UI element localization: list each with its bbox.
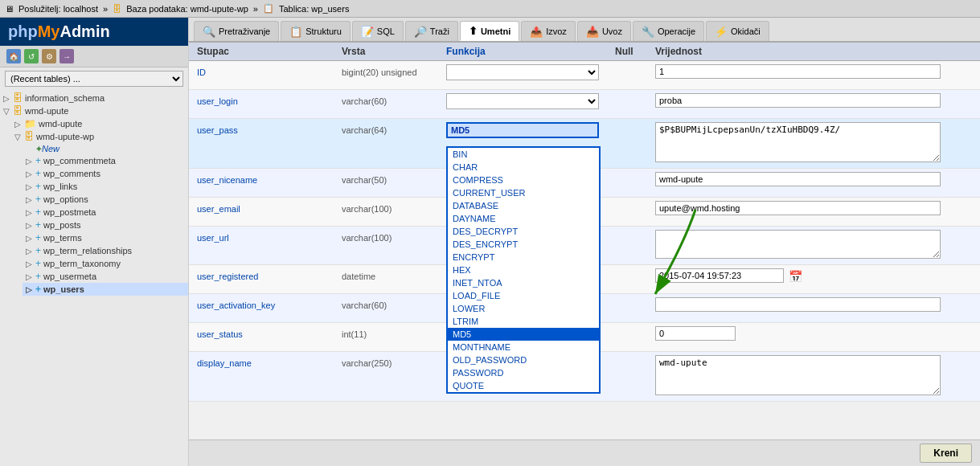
- tree-item-wmd-upute-sub[interactable]: ▷ 📁 wmd-upute: [11, 117, 188, 130]
- tab-label: Uvoz: [602, 27, 622, 36]
- tree-item-new[interactable]: ✦ New: [23, 143, 188, 154]
- tab-pretrazivanje[interactable]: 🔍 Pretraživanje: [194, 21, 279, 41]
- more-icon[interactable]: →: [59, 49, 74, 63]
- tree-item-information-schema[interactable]: ▷ 🗄 information_schema: [0, 92, 188, 104]
- tree-item-wp-terms[interactable]: ▷ + wp_terms: [23, 231, 188, 244]
- tree-label: New: [42, 144, 59, 153]
- field-type-user-status: int(11): [342, 326, 446, 339]
- function-select-id[interactable]: [446, 64, 599, 80]
- db-folder-icon: 🗄: [13, 92, 23, 104]
- drop-item-des-decrypt[interactable]: DES_DECRYPT: [448, 225, 599, 238]
- function-dropdown: BIN CHAR COMPRESS CURRENT_USER DATABASE …: [446, 146, 601, 394]
- tree-item-wp-commentmeta[interactable]: ▷ + wp_commentmeta: [23, 154, 188, 167]
- table-icon: +: [35, 284, 41, 295]
- drop-item-inet-ntoa[interactable]: INET_NTOA: [448, 276, 599, 289]
- tab-strukturu[interactable]: 📋 Strukturu: [281, 21, 351, 41]
- tree-item-wp-posts[interactable]: ▷ + wp_posts: [23, 219, 188, 231]
- drop-item-encrypt[interactable]: ENCRYPT: [448, 251, 599, 264]
- function-select-user-login[interactable]: [446, 93, 599, 109]
- tab-sql[interactable]: 📝 SQL: [352, 21, 404, 41]
- drop-item-compress[interactable]: COMPRESS: [448, 174, 599, 186]
- drop-item-load-file[interactable]: LOAD_FILE: [448, 289, 599, 302]
- calendar-icon[interactable]: 📅: [789, 270, 802, 283]
- field-type-id: bigint(20) unsigned: [342, 64, 446, 77]
- field-type-display-name: varchar(250): [342, 355, 446, 368]
- tree-item-wp-links[interactable]: ▷ + wp_links: [23, 180, 188, 193]
- tree-item-wmd-upute-wp[interactable]: ▽ 🗄 wmd-upute-wp: [11, 130, 188, 143]
- tree-item-wmd-upute-root[interactable]: ▽ 🗄 wmd-upute: [0, 104, 188, 117]
- tab-izvoz[interactable]: 📤 Izvoz: [521, 21, 576, 41]
- field-func-user-login: [446, 93, 615, 109]
- function-input-user-pass[interactable]: [446, 122, 599, 138]
- drop-item-char[interactable]: CHAR: [448, 161, 599, 174]
- tree-item-wp-comments[interactable]: ▷ + wp_comments: [23, 167, 188, 180]
- field-func-user-pass: BIN CHAR COMPRESS CURRENT_USER DATABASE …: [446, 122, 615, 138]
- recent-tables-select[interactable]: (Recent tables) ...: [5, 71, 183, 87]
- field-value-user-email: [655, 201, 972, 215]
- reload-icon[interactable]: ↺: [24, 49, 39, 63]
- value-input-user-pass[interactable]: $P$BUPMijLcpepsanUn/tzXIuHBDQ9.4Z/: [655, 122, 941, 162]
- tree-item-wp-term-taxonomy[interactable]: ▷ + wp_term_taxonomy: [23, 257, 188, 270]
- value-input-user-status[interactable]: [655, 326, 736, 341]
- server-label: Poslužitelj: localhost: [18, 4, 98, 14]
- tab-uvoz[interactable]: 📥 Uvoz: [577, 21, 631, 41]
- drop-item-password[interactable]: PASSWORD: [448, 366, 599, 379]
- drop-item-quote[interactable]: QUOTE: [448, 379, 599, 392]
- home-icon[interactable]: 🏠: [6, 49, 21, 63]
- tab-trazi[interactable]: 🔎 Traži: [405, 21, 458, 41]
- tab-operacije[interactable]: 🔧 Operacije: [633, 21, 704, 41]
- drop-item-ltrim[interactable]: LTRIM: [448, 315, 599, 328]
- tab-okidaci[interactable]: ⚡ Okidači: [706, 21, 769, 41]
- value-input-user-url[interactable]: [655, 230, 941, 259]
- drop-item-bin[interactable]: BIN: [448, 148, 599, 161]
- value-input-display-name[interactable]: wmd-upute: [655, 355, 941, 395]
- table-icon: +: [35, 155, 41, 166]
- table-icon: +: [35, 219, 41, 231]
- value-input-user-login[interactable]: [655, 93, 941, 108]
- drop-item-dayname[interactable]: DAYNAME: [448, 212, 599, 225]
- expander-icon: ▷: [26, 170, 35, 178]
- db-folder-icon: 🗄: [13, 105, 23, 117]
- drop-item-old-password[interactable]: OLD_PASSWORD: [448, 354, 599, 366]
- table-row: user_pass varchar(64) BIN CHAR COMPRESS …: [189, 119, 980, 169]
- table-header: Stupac Vrsta Funkcija Null Vrijednost: [189, 43, 980, 61]
- value-input-id[interactable]: [655, 64, 941, 79]
- value-input-user-registered[interactable]: [655, 268, 784, 283]
- kreni-button[interactable]: Kreni: [920, 444, 972, 463]
- drop-item-md5[interactable]: MD5: [448, 328, 599, 341]
- db-folder-icon: 🗄: [24, 131, 34, 142]
- tree-item-wp-usermeta[interactable]: ▷ + wp_usermeta: [23, 270, 188, 283]
- value-input-user-nicename[interactable]: [655, 172, 941, 186]
- drop-item-database[interactable]: DATABASE: [448, 199, 599, 212]
- field-value-display-name: wmd-upute: [655, 355, 972, 398]
- tab-umetni[interactable]: ⬆ Umetni: [460, 21, 519, 41]
- drop-item-hex[interactable]: HEX: [448, 264, 599, 276]
- tree-label: wp_links: [43, 182, 77, 191]
- drop-item-lower[interactable]: LOWER: [448, 302, 599, 315]
- drop-item-monthname[interactable]: MONTHNAME: [448, 341, 599, 354]
- content-area: 🔍 Pretraživanje 📋 Strukturu 📝 SQL 🔎 Traž…: [189, 18, 980, 466]
- value-input-user-email[interactable]: [655, 201, 941, 215]
- tree-item-wp-options[interactable]: ▷ + wp_options: [23, 193, 188, 206]
- search2-icon: 🔎: [414, 26, 427, 38]
- field-name-user-url: user_url: [197, 230, 342, 243]
- logo: phpMyAdmin: [0, 18, 188, 46]
- drop-item-des-encrypt[interactable]: DES_ENCRYPT: [448, 238, 599, 251]
- tree-sub-wmd-upute-wp: ✦ New ▷ + wp_commentmeta ▷ + wp_comments: [11, 143, 188, 296]
- table-row: ID bigint(20) unsigned: [189, 61, 980, 90]
- tree-label: wp_term_relationships: [43, 246, 132, 255]
- drop-item-current-user[interactable]: CURRENT_USER: [448, 186, 599, 199]
- tree-item-wp-term-relationships[interactable]: ▷ + wp_term_relationships: [23, 244, 188, 257]
- tree-item-wp-users[interactable]: ▷ + wp_users: [23, 283, 188, 296]
- table-row: user_login varchar(60): [189, 90, 980, 119]
- table-icon: +: [35, 181, 41, 192]
- field-name-user-registered: user_registered: [197, 268, 342, 281]
- value-input-user-activation-key[interactable]: [655, 297, 941, 312]
- expander-icon: ▷: [26, 195, 35, 204]
- settings-icon[interactable]: ⚙: [42, 49, 56, 63]
- sidebar: phpMyAdmin 🏠 ↺ ⚙ → (Recent tables) ... ▷…: [0, 18, 189, 466]
- table-icon: +: [35, 194, 41, 205]
- tree-item-wp-postmeta[interactable]: ▷ + wp_postmeta: [23, 206, 188, 219]
- nav-tabs: 🔍 Pretraživanje 📋 Strukturu 📝 SQL 🔎 Traž…: [189, 18, 980, 43]
- field-name-user-activation-key: user_activation_key: [197, 297, 342, 310]
